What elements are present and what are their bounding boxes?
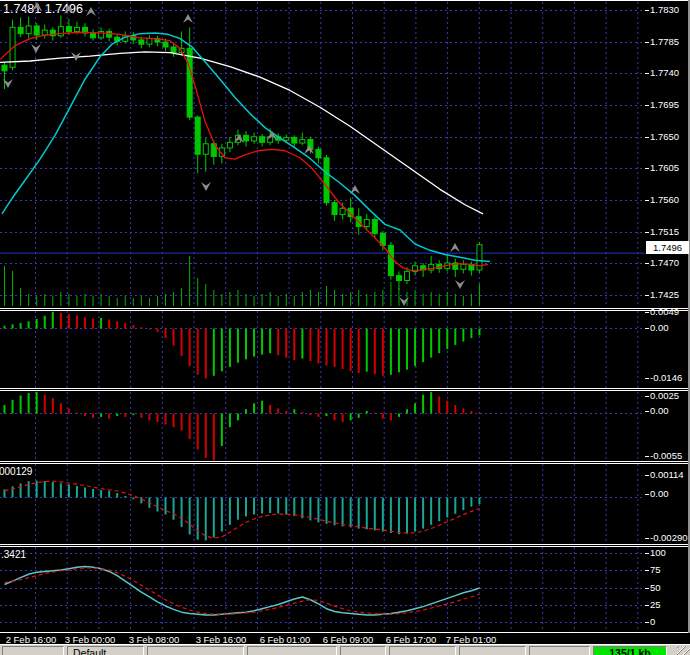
resize-grip-icon[interactable] bbox=[677, 646, 690, 655]
current-price-box: 1.7496 bbox=[646, 241, 689, 254]
status-segment bbox=[340, 646, 386, 655]
frame-layer[interactable] bbox=[0, 0, 690, 633]
status-segment bbox=[2, 646, 64, 655]
status-segment bbox=[389, 646, 456, 655]
macd-panel[interactable] bbox=[4, 481, 481, 541]
indicator-panel-2[interactable] bbox=[4, 392, 481, 460]
macd-value-label: 000129 bbox=[0, 466, 32, 477]
stochastic-panel[interactable] bbox=[5, 567, 480, 615]
status-segment bbox=[459, 646, 526, 655]
profile-button[interactable]: Default bbox=[67, 646, 144, 655]
trading-terminal-window: 1.7481 1.7496 1.78301.77851.77401.76951.… bbox=[0, 0, 690, 655]
stochastic-value-label: .3421 bbox=[1, 549, 26, 560]
chart-canvas[interactable] bbox=[0, 0, 690, 633]
main-chart-panel[interactable] bbox=[0, 2, 645, 306]
time-axis[interactable] bbox=[0, 633, 690, 644]
indicator-panel-1[interactable] bbox=[4, 312, 481, 379]
status-bar: Default 135/1 kb bbox=[0, 644, 690, 655]
grid-layer[interactable] bbox=[0, 2, 645, 630]
status-segment bbox=[529, 646, 590, 655]
status-segment bbox=[147, 646, 244, 655]
status-segment bbox=[247, 646, 337, 655]
traffic-indicator: 135/1 kb bbox=[593, 646, 667, 655]
